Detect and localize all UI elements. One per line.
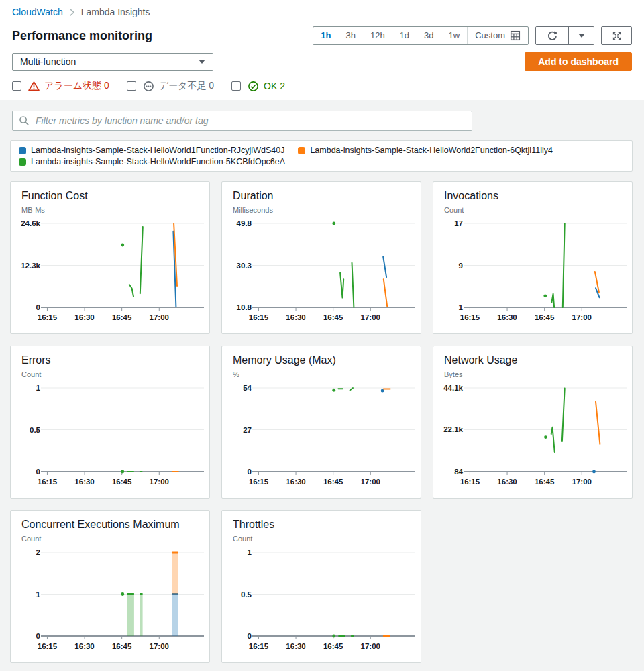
svg-text:17:00: 17:00 [361, 313, 380, 321]
insufficient-data-checkbox[interactable] [127, 81, 136, 91]
svg-text:12.3k: 12.3k [21, 262, 40, 270]
svg-text:16:45: 16:45 [323, 478, 343, 486]
chart-card: Network Usage Bytes44.1k22.1k8416:1516:3… [433, 346, 633, 499]
svg-text:1: 1 [36, 590, 41, 599]
svg-text:16:30: 16:30 [74, 642, 94, 650]
svg-text:17:00: 17:00 [150, 642, 169, 650]
time-controls: 1h 3h 12h 1d 3d 1w Custom [313, 26, 632, 45]
legend-item[interactable]: Lambda-insights-Sample-Stack-HelloWorld1… [19, 146, 284, 155]
svg-text:Count: Count [444, 206, 464, 214]
chart-title: Function Cost [11, 182, 209, 202]
time-range-custom[interactable]: Custom [467, 27, 528, 44]
time-range-12h[interactable]: 12h [363, 27, 392, 44]
refresh-options-button[interactable] [568, 27, 594, 44]
svg-text:0: 0 [36, 632, 40, 640]
add-to-dashboard-button[interactable]: Add to dashboard [525, 52, 632, 71]
breadcrumb-current: Lambda Insights [81, 7, 150, 17]
svg-text:16:15: 16:15 [460, 478, 480, 486]
svg-text:0: 0 [36, 303, 40, 311]
in-alarm-count: 0 [104, 80, 109, 91]
chart-title: Duration [222, 182, 421, 202]
chart-plot[interactable]: %5427016:1516:3016:4517:00 [222, 368, 421, 491]
ok-count: 2 [280, 81, 285, 91]
function-view-select[interactable]: Multi-function [12, 53, 213, 71]
svg-text:16:15: 16:15 [38, 313, 58, 321]
chart-title: Memory Usage (Max) [222, 346, 421, 366]
svg-text:17:00: 17:00 [361, 642, 380, 650]
refresh-button[interactable] [536, 27, 568, 44]
chart-plot[interactable]: Count10.5016:1516:3016:4517:00 [222, 532, 421, 656]
legend-item[interactable]: Lambda-insights-Sample-Stack-HelloWorldF… [19, 157, 285, 166]
svg-text:Count: Count [233, 535, 252, 543]
time-range-1w[interactable]: 1w [441, 27, 468, 44]
function-view-value: Multi-function [20, 56, 76, 67]
svg-text:16:45: 16:45 [112, 478, 132, 486]
time-range-3h[interactable]: 3h [338, 27, 362, 44]
calendar-icon [510, 30, 521, 41]
time-range-1d[interactable]: 1d [392, 27, 417, 44]
charts-grid: Function Cost MB-Ms24.6k12.3k016:1516:30… [10, 181, 633, 663]
svg-text:54: 54 [243, 384, 252, 392]
chart-plot[interactable]: Count21016:1516:3016:4517:00 [11, 532, 209, 656]
svg-text:0: 0 [36, 468, 40, 476]
search-input[interactable] [34, 115, 466, 127]
in-alarm-checkbox[interactable] [12, 81, 21, 91]
svg-text:9: 9 [459, 262, 463, 270]
svg-text:17: 17 [454, 219, 463, 227]
chart-card: Memory Usage (Max) %5427016:1516:3016:45… [221, 346, 421, 499]
chart-title: Network Usage [433, 346, 632, 366]
time-range-selector: 1h 3h 12h 1d 3d 1w Custom [313, 26, 529, 45]
ok-checkbox[interactable] [231, 81, 241, 91]
insufficient-data-count: 0 [209, 80, 214, 91]
svg-text:16:30: 16:30 [74, 478, 94, 486]
chart-title: Throttles [222, 511, 421, 531]
chart-title: Concurrent Executions Maximum [11, 511, 209, 531]
svg-text:16:15: 16:15 [249, 478, 269, 486]
time-range-1h[interactable]: 1h [313, 27, 338, 44]
svg-text:17:00: 17:00 [150, 478, 169, 486]
svg-text:16:15: 16:15 [38, 478, 58, 486]
svg-text:0: 0 [248, 632, 252, 640]
chart-plot[interactable]: Count10.5016:1516:3016:4517:00 [11, 368, 209, 491]
svg-text:27: 27 [243, 426, 252, 434]
metrics-section: Lambda-insights-Sample-Stack-HelloWorld1… [0, 100, 644, 671]
chart-plot[interactable]: MB-Ms24.6k12.3k016:1516:3016:4517:00 [11, 203, 209, 327]
svg-text:Milliseconds: Milliseconds [233, 206, 273, 214]
chart-card: Errors Count10.5016:1516:3016:4517:00 [10, 346, 210, 499]
chart-plot[interactable]: Milliseconds49.830.310.816:1516:3016:451… [222, 203, 421, 327]
svg-text:17:00: 17:00 [150, 313, 169, 321]
chart-card: Concurrent Executions Maximum Count21016… [10, 510, 210, 663]
alarm-filter-ok: OK 2 [231, 81, 285, 92]
svg-text:30.3: 30.3 [237, 262, 252, 270]
svg-text:2: 2 [36, 548, 40, 556]
svg-text:17:00: 17:00 [361, 478, 380, 486]
chevron-down-icon [578, 34, 585, 38]
alarm-warning-icon [28, 81, 40, 92]
legend-item[interactable]: Lambda-insights-Sample-Stack-HelloWorld2… [298, 146, 553, 155]
svg-text:16:45: 16:45 [535, 313, 555, 321]
breadcrumb-link-cloudwatch[interactable]: CloudWatch [12, 7, 63, 17]
svg-text:Bytes: Bytes [444, 370, 463, 378]
svg-text:17:00: 17:00 [572, 478, 592, 486]
insufficient-data-label: データ不足 [159, 80, 207, 91]
legend: Lambda-insights-Sample-Stack-HelloWorld1… [10, 140, 633, 172]
svg-text:1: 1 [459, 303, 464, 311]
legend-label: Lambda-insights-Sample-Stack-HelloWorld2… [310, 146, 553, 155]
breadcrumb-chevron-icon [69, 8, 75, 17]
fullscreen-button[interactable] [601, 26, 632, 45]
chart-plot[interactable]: Bytes44.1k22.1k8416:1516:3016:4517:00 [433, 368, 632, 491]
svg-text:16:15: 16:15 [249, 642, 269, 650]
svg-text:16:45: 16:45 [323, 642, 343, 650]
chart-plot[interactable]: Count179116:1516:3016:4517:00 [433, 203, 632, 327]
svg-text:0.5: 0.5 [241, 590, 252, 599]
alarm-state-filters: アラーム状態 0 データ不足 0 OK 2 [12, 80, 632, 92]
svg-text:1: 1 [36, 384, 41, 392]
svg-text:16:30: 16:30 [286, 313, 305, 321]
metrics-filter [12, 111, 472, 131]
svg-text:0.5: 0.5 [30, 426, 41, 434]
legend-color-chip [298, 147, 305, 154]
svg-text:16:15: 16:15 [38, 642, 58, 650]
time-range-3d[interactable]: 3d [417, 27, 441, 44]
svg-text:16:30: 16:30 [497, 313, 517, 321]
svg-text:16:15: 16:15 [460, 313, 480, 321]
